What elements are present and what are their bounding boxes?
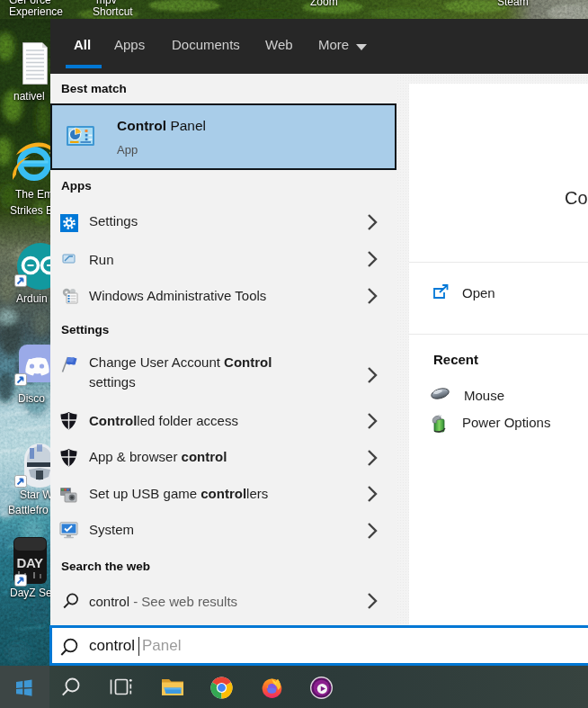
svg-text:DAY: DAY [17, 555, 43, 570]
